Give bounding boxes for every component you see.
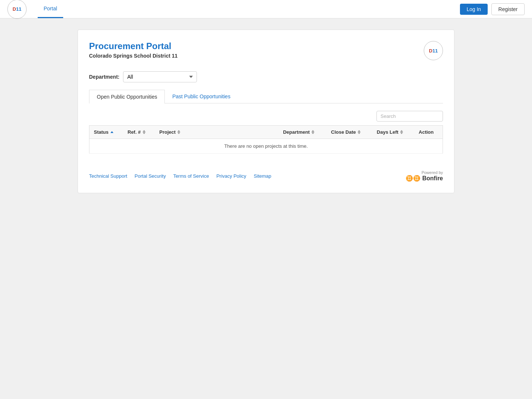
navbar-logo: D11: [7, 0, 27, 19]
tab-open-opportunities[interactable]: Open Public Opportunities: [89, 90, 165, 103]
nav-logo-icon: D11: [7, 0, 27, 19]
col-department-inner[interactable]: Department: [283, 129, 322, 135]
col-ref: Ref. #: [123, 126, 155, 139]
nav-link-portal[interactable]: Portal: [38, 0, 63, 18]
page-wrapper: Procurement Portal Colorado Springs Scho…: [78, 30, 454, 193]
department-label: Department:: [89, 74, 119, 80]
tabs: Open Public Opportunities Past Public Op…: [89, 90, 443, 103]
powered-by-label: Powered by: [422, 170, 443, 175]
col-action: Action: [414, 126, 443, 139]
bonfire-logo: ♊♊ Bonfire: [406, 175, 443, 182]
col-ref-inner[interactable]: Ref. #: [127, 129, 150, 135]
sort-up-icon: [110, 131, 113, 133]
filter-row: Department: All: [89, 71, 443, 82]
col-close-date: Close Date: [327, 126, 372, 139]
days-left-sort-icon: [400, 130, 403, 134]
footer-link-privacy[interactable]: Privacy Policy: [216, 173, 246, 179]
nav-logo-text: D11: [13, 7, 21, 11]
status-sort-icon: [110, 131, 113, 133]
navbar-actions: Log In Register: [460, 3, 525, 15]
nav-links: Portal: [38, 0, 63, 18]
col-status: Status: [89, 126, 123, 139]
project-sort-icon: [177, 130, 180, 134]
col-days-left: Days Left: [372, 126, 415, 139]
table-header-row: Status Ref. #: [89, 126, 443, 139]
department-select[interactable]: All: [123, 71, 197, 82]
empty-row: There are no open projects at this time.: [89, 139, 443, 154]
footer-links: Technical Support Portal Security Terms …: [89, 173, 271, 179]
ref-sort-icon: [143, 130, 146, 134]
register-button[interactable]: Register: [491, 3, 525, 15]
portal-logo-icon: D11: [424, 41, 443, 60]
tab-past-opportunities[interactable]: Past Public Opportunities: [165, 90, 238, 103]
footer-link-support[interactable]: Technical Support: [89, 173, 127, 179]
portal-subtitle: Colorado Springs School District 11: [89, 53, 178, 59]
portal-logo-d11: D11: [429, 48, 438, 53]
col-status-inner[interactable]: Status: [94, 129, 119, 135]
portal-title: Procurement Portal: [89, 41, 178, 51]
search-input[interactable]: [376, 111, 443, 122]
col-project: Project: [155, 126, 279, 139]
portal-footer: Technical Support Portal Security Terms …: [89, 165, 443, 182]
portal-header-text: Procurement Portal Colorado Springs Scho…: [89, 41, 178, 59]
login-button[interactable]: Log In: [460, 4, 488, 15]
bonfire-icon: ♊♊: [406, 175, 420, 182]
table-toolbar: [89, 111, 443, 122]
data-table: Status Ref. #: [89, 125, 443, 154]
navbar: D11 Portal Log In Register: [0, 0, 532, 18]
col-project-inner[interactable]: Project: [159, 129, 274, 135]
powered-by: Powered by ♊♊ Bonfire: [406, 170, 443, 182]
col-close-date-inner[interactable]: Close Date: [331, 129, 368, 135]
portal-header: Procurement Portal Colorado Springs Scho…: [89, 41, 443, 60]
empty-message: There are no open projects at this time.: [89, 139, 443, 154]
bonfire-brand: Bonfire: [422, 175, 443, 182]
footer-link-security[interactable]: Portal Security: [134, 173, 166, 179]
col-department: Department: [279, 126, 327, 139]
footer-link-tos[interactable]: Terms of Service: [173, 173, 209, 179]
close-date-sort-icon: [358, 130, 361, 134]
col-days-left-inner[interactable]: Days Left: [377, 129, 410, 135]
department-sort-icon: [311, 130, 314, 134]
footer-link-sitemap[interactable]: Sitemap: [254, 173, 272, 179]
